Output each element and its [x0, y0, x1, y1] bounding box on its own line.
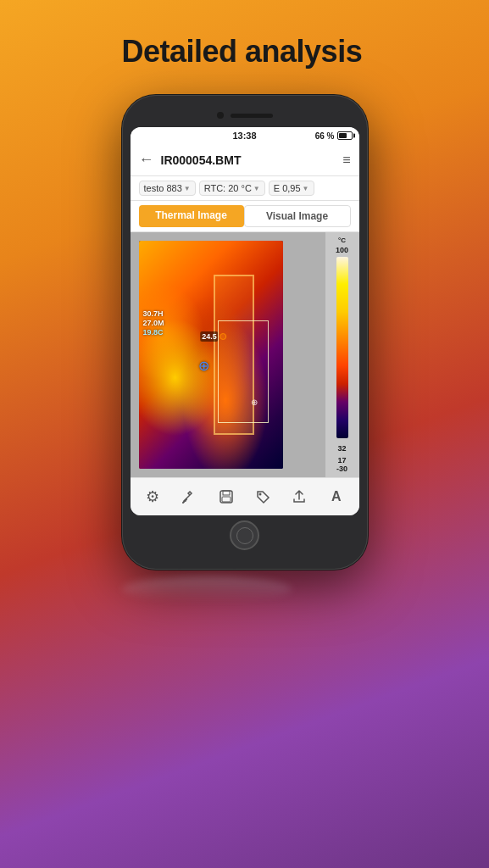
page-container: Detailed analysis 13:38 66 % ←: [122, 34, 368, 602]
battery-icon: [337, 131, 353, 140]
visual-tab-label: Visual Image: [266, 210, 328, 222]
emissivity-label: E 0,95: [274, 183, 301, 193]
scale-spot-value: 17: [337, 456, 346, 465]
battery-fill: [339, 133, 347, 138]
menu-button[interactable]: ≡: [342, 153, 350, 168]
device-arrow: ▼: [184, 185, 191, 192]
phone-screen: 13:38 66 % ← IR000054.BMT ≡ testo 883 ▼: [131, 127, 359, 515]
status-bar-right: 66 %: [315, 131, 353, 141]
scale-mid-section: 32: [337, 444, 346, 453]
tools-button[interactable]: [176, 484, 202, 509]
device-selector[interactable]: testo 883 ▼: [139, 181, 196, 196]
scale-bottom-value: -30: [336, 465, 347, 473]
thermal-image: 30.7H 27.0M 19.8C 24.5: [139, 241, 283, 469]
front-camera: [217, 112, 224, 119]
spot-temperature: 24.5: [200, 331, 219, 342]
thermal-viewport: 30.7H 27.0M 19.8C 24.5: [131, 232, 325, 477]
temp-mid-label: 27.0M: [143, 319, 164, 327]
image-area: 30.7H 27.0M 19.8C 24.5: [131, 232, 359, 477]
temp-labels: 30.7H 27.0M 19.8C: [143, 309, 164, 337]
nav-title: IR000054.BMT: [161, 153, 343, 167]
temp-low-label: 19.8C: [143, 328, 164, 337]
color-scale-bar: [336, 257, 348, 438]
scale-top-value: 100: [336, 246, 348, 254]
settings-button[interactable]: ⚙: [140, 484, 165, 509]
thermal-tab-label: Thermal Image: [155, 209, 227, 221]
share-button[interactable]: [286, 484, 312, 509]
svg-point-3: [259, 493, 262, 496]
auto-button[interactable]: A: [324, 484, 349, 509]
back-button[interactable]: ←: [139, 151, 154, 169]
page-title: Detailed analysis: [122, 34, 368, 70]
top-nav: ← IR000054.BMT ≡: [131, 144, 359, 176]
temp-high-label: 30.7H: [143, 309, 164, 318]
svg-rect-2: [222, 497, 231, 502]
tag-button[interactable]: [250, 484, 275, 509]
selection-rectangle: ⊕: [218, 320, 269, 423]
phone-reflection: [122, 576, 292, 602]
tag-icon: [255, 489, 270, 504]
crosshair-marker: [197, 359, 210, 373]
color-scale: °C 100 32 17 -30: [325, 232, 359, 477]
home-button-inner: [236, 527, 253, 544]
home-button[interactable]: [230, 520, 259, 550]
rtc-label: RTC: 20 °C: [204, 183, 252, 193]
status-time: 13:38: [232, 131, 256, 141]
auto-label: A: [331, 489, 342, 504]
thermal-image-tab[interactable]: Thermal Image: [139, 205, 244, 227]
bottom-toolbar: ⚙: [131, 477, 359, 515]
phone-speaker: [231, 114, 273, 118]
device-label: testo 883: [144, 183, 182, 193]
tab-bar: Thermal Image Visual Image: [131, 201, 359, 232]
save-icon: [219, 489, 234, 504]
emissivity-selector[interactable]: E 0,95 ▼: [269, 181, 314, 196]
rect-crosshair-icon: ⊕: [251, 398, 258, 407]
phone-top-bar: [131, 103, 359, 127]
phone-shell: 13:38 66 % ← IR000054.BMT ≡ testo 883 ▼: [122, 95, 368, 570]
share-icon: [292, 489, 307, 504]
save-button[interactable]: [214, 484, 239, 509]
visual-image-tab[interactable]: Visual Image: [244, 205, 351, 227]
battery-percent: 66 %: [315, 131, 335, 141]
crosshair-inner: [197, 359, 210, 373]
controls-bar: testo 883 ▼ RTC: 20 °C ▼ E 0,95 ▼: [131, 176, 359, 201]
tools-icon: [181, 489, 197, 504]
scale-unit: °C: [338, 236, 346, 244]
rtc-arrow: ▼: [253, 185, 260, 192]
emissivity-arrow: ▼: [303, 185, 309, 192]
settings-icon: ⚙: [146, 487, 159, 506]
status-bar: 13:38 66 %: [131, 127, 359, 144]
rtc-selector[interactable]: RTC: 20 °C ▼: [199, 181, 265, 196]
scale-mid-value: 32: [337, 444, 346, 453]
